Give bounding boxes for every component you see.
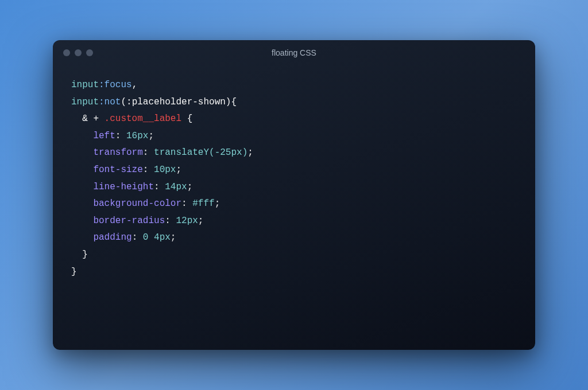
code-line: padding: 0 4px; [71,229,517,247]
code-line: input:not(:placeholder-shown){ [71,94,517,111]
traffic-lights [63,49,93,56]
code-token: line-height [93,182,154,192]
code-token: & + [82,114,104,124]
maximize-icon[interactable] [86,49,93,56]
code-token: transform [93,147,142,158]
code-window: floating CSS input:focus,input:not(:plac… [53,40,535,350]
code-line: font-size: 10px; [71,162,517,179]
code-token: : [181,198,192,209]
code-line: line-height: 14px; [71,179,517,196]
code-token: , [132,80,138,90]
code-token: : [143,147,154,158]
code-token: ; [247,147,253,158]
code-token: ; [176,165,181,175]
code-token: : [165,216,176,226]
code-line: left: 16px; [71,128,517,145]
code-token: } [71,267,77,277]
code-line: & + .custom__label { [71,111,517,128]
code-token: (:placeholder-shown){ [121,97,237,107]
code-token: 10px [154,165,176,175]
code-token: padding [93,232,131,243]
code-token: : [143,165,154,175]
code-token: left [93,131,115,141]
code-token: : [132,232,143,243]
code-token: : [115,131,126,141]
code-line: input:focus, [71,77,517,94]
code-token: 14px [165,182,187,192]
code-token: ; [148,131,154,141]
window-title: floating CSS [272,48,316,57]
code-token: } [82,249,88,260]
code-token: input [71,97,99,107]
titlebar: floating CSS [53,40,535,65]
code-token: :focus [99,80,132,90]
code-token: ; [171,232,176,243]
code-token: 0 4px [143,232,171,243]
code-token: #fff [192,198,214,209]
code-token: input [71,80,99,90]
code-token: : [154,182,165,192]
code-line: } [71,247,517,264]
code-token: 16px [126,131,148,141]
code-token: background-color [93,198,181,209]
code-token: translateY(-25px) [154,147,247,158]
code-token: font-size [93,165,142,175]
code-token: :not [99,97,121,107]
code-editor[interactable]: input:focus,input:not(:placeholder-shown… [53,65,535,292]
code-token: ; [187,182,193,192]
code-line: transform: translateY(-25px); [71,145,517,162]
code-token: .custom__label [105,114,187,124]
code-line: background-color: #fff; [71,196,517,213]
code-token: ; [198,216,204,226]
code-token: ; [215,198,220,209]
code-token: border-radius [93,216,165,226]
close-icon[interactable] [63,49,70,56]
code-line: border-radius: 12px; [71,213,517,230]
code-token: { [187,114,193,124]
code-line: } [71,264,517,281]
code-token: 12px [176,216,198,226]
minimize-icon[interactable] [75,49,82,56]
